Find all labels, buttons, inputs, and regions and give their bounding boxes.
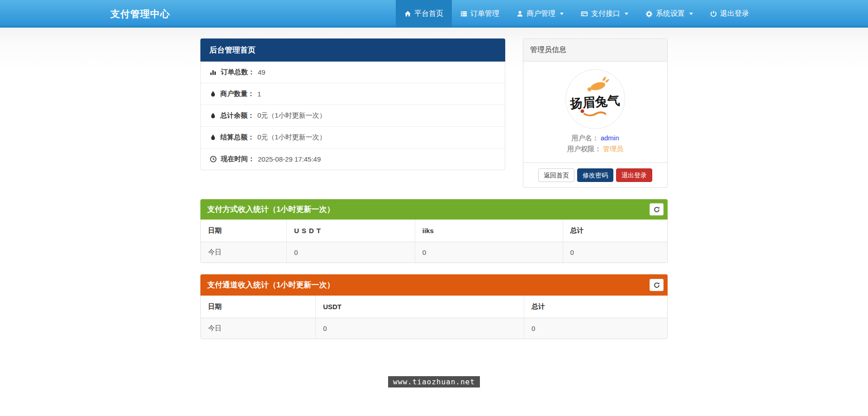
nav-item-label: 订单管理 bbox=[470, 9, 499, 19]
username-row: 用户名： admin bbox=[523, 134, 667, 143]
main-nav: 平台首页 订单管理 商户管理 支付接口 bbox=[396, 0, 758, 28]
stat-value: 2025-08-29 17:45:49 bbox=[258, 155, 321, 163]
nav-item-label: 平台首页 bbox=[414, 9, 443, 19]
stat-row-total-balance: 总计余额： 0元（1小时更新一次） bbox=[201, 105, 505, 127]
gear-icon bbox=[645, 10, 653, 18]
refresh-icon bbox=[654, 206, 660, 213]
stat-label: 结算总额： bbox=[220, 133, 254, 142]
dashboard-panel: 后台管理首页 订单总数： 49 商户数量： 1 bbox=[200, 38, 505, 170]
navbar-inner: 支付管理中心 平台首页 订单管理 商户管理 bbox=[110, 0, 758, 28]
payment-method-stats-title: 支付方式收入统计（1小时更新一次） bbox=[207, 204, 334, 215]
column-header: USDT bbox=[316, 296, 524, 318]
username-link[interactable]: admin bbox=[601, 134, 619, 142]
bar-chart-icon bbox=[210, 69, 217, 76]
page-content: 后台管理首页 订单总数： 49 商户数量： 1 bbox=[0, 28, 868, 416]
column-header: 总计 bbox=[563, 220, 667, 242]
dashboard-panel-title: 后台管理首页 bbox=[200, 38, 505, 62]
column-header: 日期 bbox=[201, 296, 316, 318]
admin-info-panel: 管理员信息 扬眉兔气 bbox=[523, 38, 668, 188]
admin-panel-body: 扬眉兔气 用户名： admin 用户权限： 管理员 bbox=[523, 62, 667, 163]
nav-item-logout[interactable]: 退出登录 bbox=[702, 0, 758, 28]
role-label: 用户权限： bbox=[567, 145, 601, 153]
stat-label: 商户数量： bbox=[220, 90, 254, 98]
stat-row-merchant-count: 商户数量： 1 bbox=[201, 83, 505, 105]
payment-channel-stats-panel: 支付通道收入统计（1小时更新一次） 日期 USDT 总计 bbox=[200, 274, 668, 339]
logout-button[interactable]: 退出登录 bbox=[616, 168, 652, 182]
change-password-button[interactable]: 修改密码 bbox=[577, 168, 613, 182]
nav-item-merchant-management[interactable]: 商户管理 bbox=[508, 0, 572, 28]
table-cell: 0 bbox=[287, 242, 415, 263]
droplet-icon bbox=[210, 134, 216, 141]
payment-channel-table: 日期 USDT 总计 今日 0 0 bbox=[201, 296, 667, 339]
refresh-icon bbox=[654, 282, 660, 288]
table-row: 今日 0 0 0 bbox=[201, 242, 667, 263]
list-icon bbox=[460, 10, 467, 17]
chevron-down-icon bbox=[689, 13, 693, 15]
back-home-button[interactable]: 返回首页 bbox=[538, 168, 574, 182]
nav-item-system-settings[interactable]: 系统设置 bbox=[637, 0, 702, 28]
chevron-down-icon bbox=[560, 13, 564, 15]
avatar: 扬眉兔气 bbox=[565, 69, 625, 129]
column-header: iiks bbox=[415, 220, 563, 242]
watermark-wrap: www.tiaozhuan.net bbox=[200, 376, 668, 387]
home-icon bbox=[404, 10, 411, 17]
watermark-badge: www.tiaozhuan.net bbox=[388, 376, 480, 387]
top-navbar: 支付管理中心 平台首页 订单管理 商户管理 bbox=[0, 0, 868, 28]
stat-value: 49 bbox=[258, 68, 266, 76]
payment-method-table-wrap: 日期 USDT iiks 总计 今日 0 0 0 bbox=[200, 220, 668, 263]
stat-label: 订单总数： bbox=[221, 68, 255, 77]
stat-row-order-total: 订单总数： 49 bbox=[201, 62, 505, 83]
column-header: USDT bbox=[287, 220, 415, 242]
power-icon bbox=[710, 10, 717, 17]
clock-icon bbox=[210, 156, 217, 163]
dashboard-panel-body: 订单总数： 49 商户数量： 1 总计余额： bbox=[200, 62, 505, 170]
nav-item-label: 商户管理 bbox=[526, 9, 555, 19]
role-value: 管理员 bbox=[603, 145, 623, 153]
table-row: 今日 0 0 bbox=[201, 318, 667, 339]
admin-panel-title: 管理员信息 bbox=[523, 39, 667, 62]
app-title: 支付管理中心 bbox=[110, 0, 170, 28]
payment-method-stats-header: 支付方式收入统计（1小时更新一次） bbox=[200, 199, 668, 220]
table-cell: 0 bbox=[316, 318, 524, 339]
chevron-down-icon bbox=[625, 13, 628, 15]
table-cell: 0 bbox=[524, 318, 667, 339]
refresh-button[interactable] bbox=[650, 279, 664, 291]
column-header: 日期 bbox=[201, 220, 287, 242]
nav-item-order-management[interactable]: 订单管理 bbox=[452, 0, 508, 28]
stat-label: 总计余额： bbox=[220, 111, 254, 120]
role-row: 用户权限： 管理员 bbox=[523, 145, 667, 153]
nav-item-label: 支付接口 bbox=[591, 9, 620, 19]
table-cell: 0 bbox=[563, 242, 667, 263]
table-cell: 今日 bbox=[201, 242, 287, 263]
payment-method-table: 日期 USDT iiks 总计 今日 0 0 0 bbox=[201, 220, 667, 263]
user-icon bbox=[517, 10, 523, 17]
payment-method-stats-panel: 支付方式收入统计（1小时更新一次） 日期 USDT iiks 总计 bbox=[200, 199, 668, 263]
payment-channel-stats-title: 支付通道收入统计（1小时更新一次） bbox=[207, 280, 334, 290]
table-cell: 0 bbox=[415, 242, 563, 263]
table-cell: 今日 bbox=[201, 318, 316, 339]
username-label: 用户名： bbox=[571, 134, 598, 142]
stat-row-settlement-total: 结算总额： 0元（1小时更新一次） bbox=[201, 127, 505, 148]
droplet-icon bbox=[210, 91, 216, 97]
stat-value: 0元（1小时更新一次） bbox=[257, 133, 326, 142]
stat-label: 现在时间： bbox=[221, 155, 255, 163]
stat-value: 1 bbox=[257, 90, 261, 98]
payment-channel-stats-header: 支付通道收入统计（1小时更新一次） bbox=[200, 274, 668, 296]
column-header: 总计 bbox=[524, 296, 667, 318]
nav-item-payment-interface[interactable]: 支付接口 bbox=[572, 0, 637, 28]
nav-item-label: 退出登录 bbox=[720, 9, 749, 19]
stat-value: 0元（1小时更新一次） bbox=[257, 111, 326, 120]
main-container: 后台管理首页 订单总数： 49 商户数量： 1 bbox=[200, 38, 668, 387]
admin-panel-footer: 返回首页 修改密码 退出登录 bbox=[523, 163, 667, 187]
credit-card-icon bbox=[581, 10, 588, 17]
nav-item-label: 系统设置 bbox=[656, 9, 685, 19]
droplet-icon bbox=[210, 112, 216, 119]
table-header-row: 日期 USDT iiks 总计 bbox=[201, 220, 667, 242]
refresh-button[interactable] bbox=[650, 203, 664, 215]
payment-channel-table-wrap: 日期 USDT 总计 今日 0 0 bbox=[200, 296, 668, 339]
table-header-row: 日期 USDT 总计 bbox=[201, 296, 667, 318]
nav-item-platform-home[interactable]: 平台首页 bbox=[396, 0, 452, 28]
stat-row-current-time: 现在时间： 2025-08-29 17:45:49 bbox=[201, 148, 505, 170]
